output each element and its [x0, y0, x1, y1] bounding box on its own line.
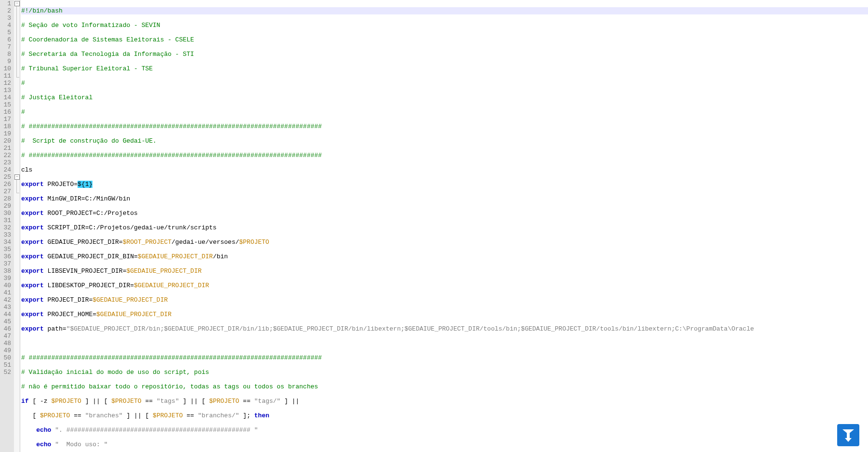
- line-number: 52: [1, 369, 11, 376]
- code-line: #!/bin/bash: [21, 7, 868, 14]
- line-number: 31: [1, 217, 11, 224]
- keyword-export: export: [21, 239, 44, 246]
- line-number: 11: [1, 72, 11, 80]
- shebang: #!/bin/bash: [21, 7, 63, 14]
- line-number: 18: [1, 123, 11, 130]
- line-number: 49: [1, 347, 11, 354]
- app-badge-icon[interactable]: [837, 424, 859, 446]
- code-line: export LIBSEVIN_PROJECT_DIR=$GEDAIUE_PRO…: [21, 267, 868, 275]
- string: ". #####################################…: [55, 426, 258, 434]
- line-number: 23: [1, 159, 11, 166]
- fold-toggle-icon[interactable]: −: [14, 1, 20, 6]
- code-line: # Secretaria da Tecnologia da Informação…: [21, 51, 868, 58]
- line-number: 35: [1, 246, 11, 253]
- code-text: ==: [239, 398, 254, 405]
- code-line: # ######################################…: [21, 123, 868, 130]
- line-number: 41: [1, 289, 11, 296]
- keyword-export: export: [21, 282, 44, 289]
- line-number: 26: [1, 181, 11, 188]
- variable: $PROJETO: [153, 412, 183, 419]
- variable: $PROJETO: [239, 239, 269, 246]
- code-text: ] || [: [81, 398, 111, 405]
- code-line: export path="$GEDAIUE_PROJECT_DIR/bin;$G…: [21, 325, 868, 332]
- keyword-export: export: [21, 195, 44, 202]
- comment: # ######################################…: [21, 123, 322, 130]
- variable: $GEDAIUE_PROJECT_DIR: [92, 296, 168, 304]
- line-number-gutter: 1 2 3 4 5 6 7 8 9 10 11 12 13 14 15 16 1…: [0, 0, 14, 452]
- code-line: cls: [21, 166, 868, 173]
- fold-guide: [16, 6, 17, 77]
- code-area[interactable]: #!/bin/bash # Seção de voto Informatizad…: [20, 0, 868, 452]
- string: " Modo uso: ": [55, 441, 107, 448]
- variable: $PROJETO: [51, 398, 81, 405]
- line-number: 37: [1, 260, 11, 267]
- variable: $GEDAIUE_PROJECT_DIR: [138, 253, 213, 260]
- comment: # ######################################…: [21, 152, 322, 159]
- code-text: ROOT_PROJECT=C:/Projetos: [44, 210, 138, 217]
- code-line: export GEDAIUE_PROJECT_DIR=$ROOT_PROJECT…: [21, 239, 868, 246]
- line-number: 5: [1, 29, 11, 36]
- code-text: PROJECT_HOME=: [44, 311, 96, 318]
- code-line: # Justiça Eleitoral: [21, 94, 868, 101]
- line-number: 9: [1, 58, 11, 65]
- keyword-export: export: [21, 311, 44, 318]
- line-number: 29: [1, 202, 11, 210]
- code-line: export GEDAIUE_PROJECT_DIR_BIN=$GEDAIUE_…: [21, 253, 868, 260]
- line-number: 32: [1, 224, 11, 231]
- code-text: PROJECT_DIR=: [44, 296, 92, 304]
- code-line: export PROJECT_HOME=$GEDAIUE_PROJECT_DIR: [21, 311, 868, 318]
- keyword-export: export: [21, 267, 44, 275]
- line-number: 14: [1, 94, 11, 101]
- variable: $GEDAIUE_PROJECT_DIR: [134, 282, 209, 289]
- code-text: [: [21, 412, 40, 419]
- line-number: 3: [1, 14, 11, 22]
- code-text: ] || [: [123, 412, 153, 419]
- line-number: 34: [1, 239, 11, 246]
- keyword-export: export: [21, 325, 44, 332]
- code-text: path=: [44, 325, 66, 332]
- fold-end: [16, 77, 19, 78]
- line-number: 45: [1, 318, 11, 325]
- keyword-export: export: [21, 253, 44, 260]
- comment: # não é permitido baixar todo o repositó…: [21, 383, 318, 390]
- code-text: [ -z: [29, 398, 52, 405]
- highlighted-text: ${1}: [78, 181, 92, 188]
- line-number: 50: [1, 354, 11, 361]
- indent: [21, 426, 36, 434]
- line-number: 47: [1, 332, 11, 340]
- code-text: MinGW_DIR=C:/MinGW/bin: [44, 195, 130, 202]
- variable: $GEDAIUE_PROJECT_DIR: [126, 267, 201, 275]
- line-number: 6: [1, 36, 11, 43]
- code-line: #: [21, 80, 868, 87]
- line-number: 1: [1, 0, 11, 7]
- line-number: 46: [1, 325, 11, 332]
- code-line: export PROJECT_DIR=$GEDAIUE_PROJECT_DIR: [21, 296, 868, 304]
- comment: # Script de construção do Gedai-UE.: [21, 137, 157, 145]
- fold-guide: [16, 180, 17, 193]
- indent: [21, 441, 36, 448]
- code-line: export ROOT_PROJECT=C:/Projetos: [21, 210, 868, 217]
- line-number: 15: [1, 101, 11, 108]
- line-number: 13: [1, 87, 11, 94]
- variable: $GEDAIUE_PROJECT_DIR: [96, 311, 171, 318]
- code-line: export SCRIPT_DIR=C:/Projetos/gedai-ue/t…: [21, 224, 868, 231]
- keyword-echo: echo: [36, 426, 51, 434]
- line-number: 39: [1, 275, 11, 282]
- fold-toggle-icon[interactable]: −: [14, 174, 20, 180]
- code-line: # Tribunal Superior Eleitoral - TSE: [21, 65, 868, 72]
- line-number: 22: [1, 152, 11, 159]
- comment: # Coordenadoria de Sistemas Eleitorais -…: [21, 36, 194, 43]
- code-line: export LIBDESKTOP_PROJECT_DIR=$GEDAIUE_P…: [21, 282, 868, 289]
- comment: #: [21, 80, 25, 87]
- code-text: ==: [70, 412, 85, 419]
- keyword-if: if: [21, 398, 29, 405]
- code-text: SCRIPT_DIR=C:/Projetos/gedai-ue/trunk/sc…: [44, 224, 217, 231]
- code-text: ==: [142, 398, 157, 405]
- code-text: /bin: [213, 253, 228, 260]
- variable: $PROJETO: [40, 412, 70, 419]
- line-number: 30: [1, 210, 11, 217]
- string: "tags": [157, 398, 179, 405]
- code-editor: 1 2 3 4 5 6 7 8 9 10 11 12 13 14 15 16 1…: [0, 0, 868, 452]
- line-number: 10: [1, 65, 11, 72]
- code-line: [21, 340, 868, 347]
